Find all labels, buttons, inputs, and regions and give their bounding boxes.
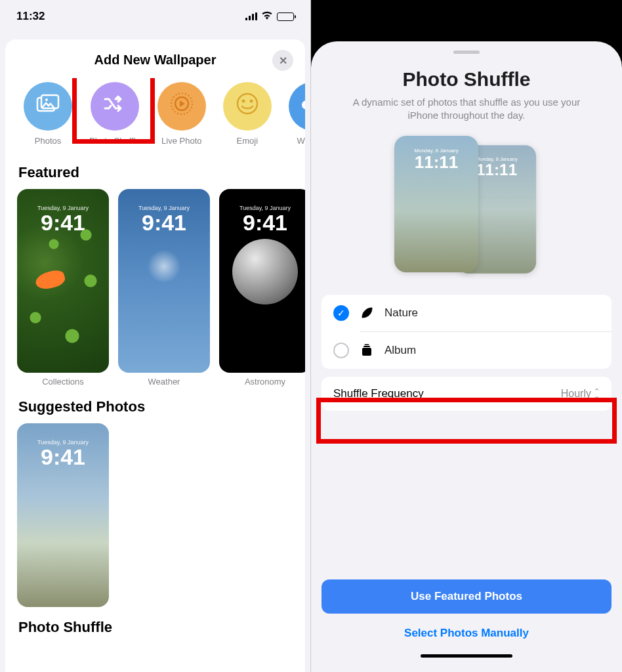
svg-point-6 bbox=[241, 100, 245, 103]
shuffle-icon bbox=[102, 94, 127, 119]
svg-rect-9 bbox=[363, 346, 370, 347]
category-weather[interactable]: Weather bbox=[289, 82, 305, 146]
status-indicators bbox=[245, 10, 294, 23]
preview-area: Monday, 8 January11:11 Monday, 8 January… bbox=[311, 136, 622, 280]
featured-collections[interactable]: Tuesday, 9 January9:41 Collections bbox=[17, 189, 109, 387]
category-photo-shuffle[interactable]: Photo Shuffle bbox=[89, 82, 140, 146]
category-photos[interactable]: Photos bbox=[24, 82, 72, 146]
use-featured-photos-button[interactable]: Use Featured Photos bbox=[321, 579, 612, 614]
section-photo-shuffle-title: Photo Shuffle bbox=[5, 607, 305, 644]
featured-row[interactable]: Tuesday, 9 January9:41 Collections Tuesd… bbox=[5, 189, 305, 387]
sheet-grabber[interactable] bbox=[453, 51, 480, 54]
thumb-label: Astronomy bbox=[245, 377, 285, 387]
home-indicator[interactable] bbox=[421, 654, 512, 658]
status-time: 11:32 bbox=[16, 10, 45, 23]
wallpaper-picker-screen: 11:32 Add New Wallpaper ✕ Photos Photo S… bbox=[0, 0, 311, 672]
thumb-label: Weather bbox=[148, 377, 180, 387]
shuffle-frequency-row[interactable]: Shuffle Frequency Hourly ⌃⌄ bbox=[321, 377, 612, 411]
battery-icon bbox=[277, 12, 294, 21]
category-label: Weather bbox=[297, 136, 305, 146]
photo-shuffle-sheet: Photo Shuffle A dynamic set of photos th… bbox=[311, 41, 622, 672]
svg-rect-10 bbox=[365, 344, 369, 345]
thumb-label: Collections bbox=[42, 377, 84, 387]
svg-point-2 bbox=[45, 98, 48, 101]
featured-astronomy[interactable]: Tuesday, 9 January9:41 Astronomy bbox=[219, 189, 305, 387]
option-album[interactable]: Album bbox=[321, 332, 612, 369]
svg-point-5 bbox=[238, 94, 257, 114]
cloud-icon bbox=[299, 94, 305, 119]
category-label: Emoji bbox=[237, 136, 259, 146]
option-nature[interactable]: ✓ Nature bbox=[321, 295, 612, 331]
emoji-icon bbox=[234, 91, 260, 122]
photos-icon bbox=[36, 94, 60, 119]
shuffle-source-list: ✓ Nature Album bbox=[321, 295, 612, 369]
bottom-actions: Use Featured Photos Select Photos Manual… bbox=[321, 579, 612, 658]
suggested-row[interactable]: Tuesday, 9 January9:41 bbox=[5, 423, 305, 607]
live-photo-icon bbox=[169, 91, 195, 122]
category-scroll[interactable]: Photos Photo Shuffle Live Photo Emoji We… bbox=[5, 78, 305, 152]
photo-shuffle-subtitle: A dynamic set of photos that shuffle as … bbox=[311, 91, 622, 136]
wifi-icon bbox=[261, 10, 273, 23]
svg-point-7 bbox=[249, 100, 253, 103]
select-photos-manually-button[interactable]: Select Photos Manually bbox=[321, 623, 612, 646]
suggested-photo-0[interactable]: Tuesday, 9 January9:41 bbox=[17, 423, 109, 607]
close-button[interactable]: ✕ bbox=[272, 50, 293, 71]
photo-shuffle-title: Photo Shuffle bbox=[311, 68, 622, 91]
radio-unchecked-icon bbox=[333, 343, 349, 358]
cellular-icon bbox=[245, 12, 257, 20]
section-suggested-title: Suggested Photos bbox=[5, 387, 305, 423]
close-icon: ✕ bbox=[279, 54, 287, 67]
option-label: Album bbox=[384, 344, 416, 357]
photo-shuffle-screen: Photo Shuffle A dynamic set of photos th… bbox=[311, 0, 622, 672]
category-label: Live Photo bbox=[161, 136, 201, 146]
chevron-up-down-icon: ⌃⌄ bbox=[594, 389, 600, 398]
preview-front-card: Monday, 8 January11:11 bbox=[394, 136, 478, 272]
status-bar: 11:32 bbox=[0, 0, 310, 33]
svg-rect-8 bbox=[362, 348, 371, 356]
sheet-title: Add New Wallpaper bbox=[94, 52, 217, 68]
category-label: Photos bbox=[35, 136, 61, 146]
album-icon bbox=[360, 344, 374, 357]
frequency-label: Shuffle Frequency bbox=[333, 387, 424, 400]
add-wallpaper-sheet: Add New Wallpaper ✕ Photos Photo Shuffle… bbox=[5, 39, 305, 672]
radio-checked-icon: ✓ bbox=[333, 305, 349, 321]
category-live-photo[interactable]: Live Photo bbox=[157, 82, 206, 146]
option-label: Nature bbox=[384, 306, 418, 320]
category-label: Photo Shuffle bbox=[89, 136, 140, 146]
category-emoji[interactable]: Emoji bbox=[223, 82, 272, 146]
leaf-icon bbox=[360, 306, 374, 320]
frequency-value: Hourly ⌃⌄ bbox=[561, 388, 600, 400]
section-featured-title: Featured bbox=[5, 152, 305, 189]
featured-weather[interactable]: Tuesday, 9 January9:41 Weather bbox=[118, 189, 210, 387]
